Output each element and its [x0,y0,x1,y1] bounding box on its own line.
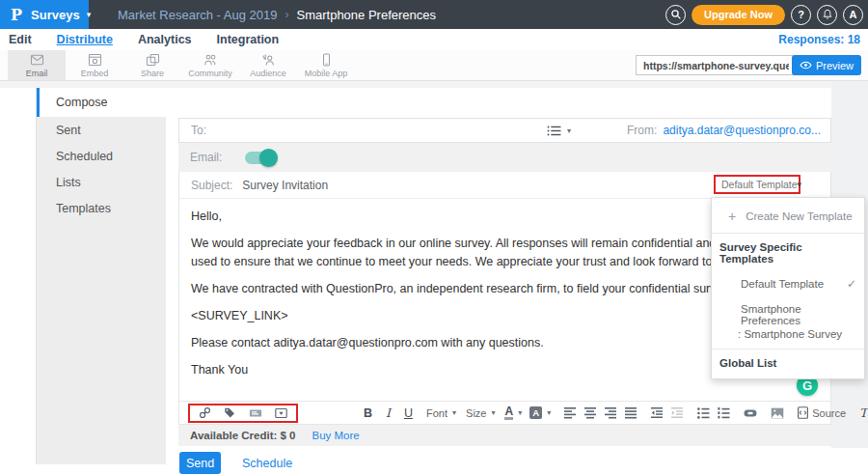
breadcrumb-folder[interactable]: Market Research - Aug 2019 [118,8,277,22]
from-label: From: [627,124,657,137]
from-email[interactable]: aditya.datar@questionpro.co... [663,124,821,137]
insert-link-icon[interactable] [199,406,211,419]
upgrade-now-button[interactable]: Upgrade Now [692,5,785,25]
tab-share[interactable]: Share [123,50,181,80]
template-selector-value: Default Template [721,179,798,190]
preview-button[interactable]: Preview [792,55,861,75]
send-button[interactable]: Send [179,452,221,474]
nav-analytics[interactable]: Analytics [138,33,192,46]
subject-row: Subject: Survey Invitation Default Templ… [178,172,831,198]
tab-embed[interactable]: Embed [66,50,123,80]
eye-icon [800,61,812,70]
numbered-list-icon[interactable] [718,406,730,419]
notifications-button[interactable] [817,5,837,25]
email-toggle-row: Email: [178,143,831,172]
available-credit-label: Available Credit: $ 0 [190,430,296,441]
chevron-down-icon: ▾ [798,180,802,189]
mobile-app-icon [319,53,334,67]
sidebar-item-templates[interactable]: Templates [37,195,166,221]
sidebar-item-scheduled[interactable]: Scheduled [37,143,166,169]
chevron-down-icon: ▾ [547,408,551,417]
nav-edit[interactable]: Edit [9,33,32,46]
align-center-icon[interactable] [584,406,597,419]
search-icon [670,9,682,20]
outdent-icon[interactable] [651,406,664,419]
survey-url-text: https://smartphone-survey.questionpro [643,60,789,71]
email-icon [30,53,44,67]
to-row: To: ▾ From: aditya.datar@questionpro.co.… [178,118,831,143]
chevron-down-icon: ▾ [518,408,522,417]
source-button[interactable]: Source [798,406,846,419]
plus-icon: + [728,209,736,224]
contact-list-icon[interactable] [547,125,561,137]
align-left-icon[interactable] [564,406,577,419]
bell-icon [822,9,833,20]
bullet-list-icon[interactable] [697,406,710,419]
menu-section-survey-templates: Survey Specific Templates [712,234,864,271]
underline-button[interactable]: U [404,406,413,420]
chevron-down-icon: ▾ [87,10,92,19]
menu-create-new-template[interactable]: + Create New Template [712,198,864,233]
responses-count[interactable]: Responses: 18 [778,33,860,46]
channel-bar: Email Embed Share Community Audience Mob… [0,50,868,81]
tab-email[interactable]: Email [8,50,66,80]
bg-color-button[interactable]: A▾ [529,406,551,419]
justify-icon[interactable] [625,406,637,419]
align-right-icon[interactable] [605,406,617,419]
editor-toolbar: B I U Font▾ Size▾ A▾ A▾ Source Tx [178,401,831,425]
bold-button[interactable]: B [364,406,372,420]
schedule-link[interactable]: Schedule [242,457,292,470]
toggle-knob [259,149,278,167]
search-button[interactable] [665,5,686,25]
italic-button[interactable]: I [386,405,391,420]
breadcrumb-survey-name: Smartphone Preferences [296,8,436,22]
remove-format-button[interactable]: Tx [859,405,868,420]
template-dropdown-menu: + Create New Template Survey Specific Te… [711,197,865,379]
to-label: To: [191,124,206,137]
sidebar-item-lists[interactable]: Lists [37,169,166,195]
template-selector[interactable]: Default Template ▾ [714,175,800,194]
questionpro-logo: P [11,5,22,24]
highlighted-tool-group [188,404,298,423]
sidebar-item-sent[interactable]: Sent [37,117,166,143]
check-icon: ✓ [847,277,856,291]
email-toggle[interactable] [245,152,275,164]
survey-nav: Edit Distribute Analytics Integration Re… [0,29,868,50]
menu-section-global-list[interactable]: Global List [712,349,864,377]
menu-option-smartphone-template[interactable]: Smartphone Preferences [712,296,864,328]
survey-url-field[interactable]: https://smartphone-survey.questionpro ✎ [636,55,807,75]
email-sidebar: Compose Sent Scheduled Lists Templates [36,88,166,464]
subject-value[interactable]: Survey Invitation [242,179,328,192]
merge-tag-icon[interactable] [224,406,236,419]
size-dropdown[interactable]: Size▾ [466,407,495,419]
indent-icon[interactable] [671,406,684,419]
audience-icon [261,53,276,67]
account-avatar[interactable]: A [843,5,863,25]
surveys-menu[interactable]: P Surveys ▾ [0,0,89,29]
nav-integration[interactable]: Integration [217,33,280,46]
tab-audience[interactable]: Audience [239,50,297,80]
tab-community[interactable]: Community [181,50,239,80]
top-bar: P Surveys ▾ Market Research - Aug 2019 ›… [0,0,868,29]
insert-image-icon[interactable] [771,407,784,419]
hyperlink-icon[interactable] [744,409,757,417]
sidebar-item-compose[interactable]: Compose [37,88,166,117]
list-dropdown-icon[interactable]: ▾ [567,126,571,135]
help-button[interactable]: ? [791,5,811,25]
email-template-icon[interactable] [249,407,262,419]
menu-option-smartphone-template-line2[interactable]: : Smartphone Survey [712,328,864,349]
chevron-down-icon: ▾ [491,408,495,417]
font-dropdown[interactable]: Font▾ [426,407,456,419]
nav-distribute[interactable]: Distribute [57,33,113,46]
buy-more-link[interactable]: Buy More [312,430,360,441]
email-label: Email: [190,151,222,164]
embed-icon [88,53,102,67]
insert-field-icon[interactable] [275,407,287,419]
tab-mobile-app[interactable]: Mobile App [297,50,355,80]
text-color-button[interactable]: A▾ [504,406,522,420]
credit-bar: Available Credit: $ 0 Buy More [178,425,831,446]
menu-option-default-template[interactable]: Default Template ✓ [712,271,864,296]
subject-label: Subject: [191,179,232,192]
share-icon [146,53,160,67]
product-label: Surveys [31,8,80,22]
